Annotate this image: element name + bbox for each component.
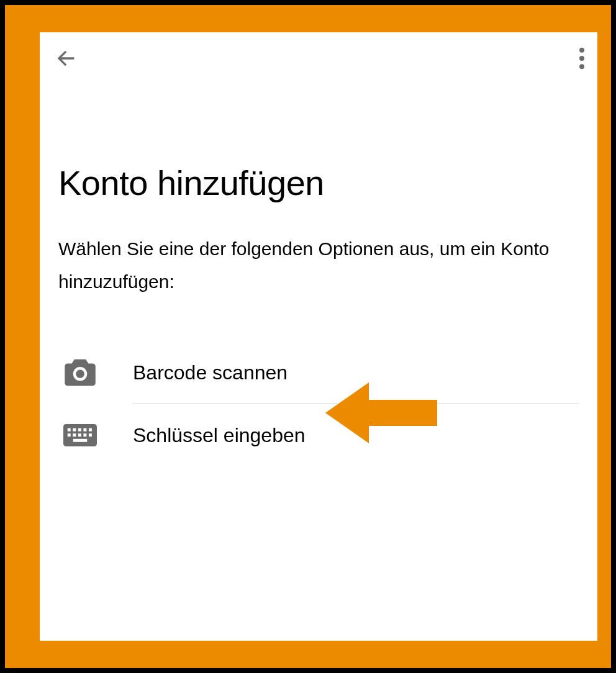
content-area: Konto hinzufügen Wählen Sie eine der fol… [40,82,597,466]
more-menu-button[interactable] [573,43,591,73]
svg-point-0 [579,48,584,53]
page-description: Wählen Sie eine der folgenden Optionen a… [58,233,579,298]
back-button[interactable] [51,43,81,73]
option-icon-wrap [58,358,133,387]
svg-rect-7 [73,428,76,431]
keyboard-icon [63,423,97,448]
svg-rect-10 [89,428,92,431]
svg-rect-12 [73,433,76,436]
svg-rect-13 [78,433,81,436]
option-icon-wrap [58,423,133,448]
more-vertical-icon [579,46,585,71]
frame-border: Konto hinzufügen Wählen Sie eine der fol… [5,5,611,668]
back-arrow-icon [53,46,78,71]
svg-point-2 [579,64,584,69]
option-list: Barcode scannen [58,341,579,466]
option-label-scan: Barcode scannen [133,361,579,384]
camera-icon [63,358,97,387]
svg-rect-15 [89,433,92,436]
option-enter-key[interactable]: Schlüssel eingeben [58,404,579,466]
svg-point-4 [76,370,84,379]
svg-rect-9 [83,428,86,431]
option-label-key: Schlüssel eingeben [133,424,579,447]
option-scan-barcode[interactable]: Barcode scannen [58,341,579,404]
svg-rect-11 [68,433,71,436]
svg-rect-14 [83,433,86,436]
svg-rect-8 [78,428,81,431]
top-bar [40,32,597,82]
svg-rect-6 [68,428,71,431]
svg-point-1 [579,56,584,61]
page-title: Konto hinzufügen [58,163,579,203]
svg-rect-16 [73,439,88,442]
app-screen: Konto hinzufügen Wählen Sie eine der fol… [40,32,597,641]
